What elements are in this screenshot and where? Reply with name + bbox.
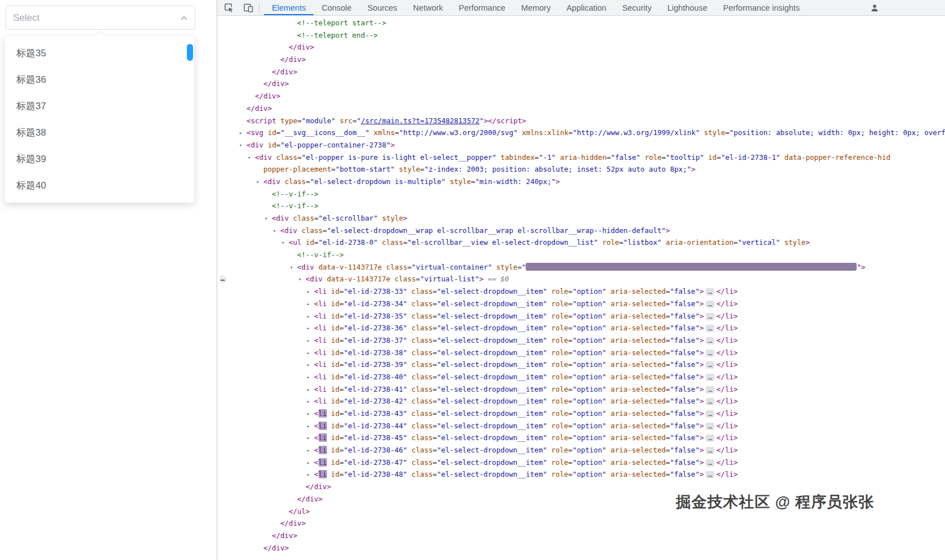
collapsed-content-button[interactable]: … — [706, 301, 714, 308]
collapsed-content-button[interactable]: … — [706, 374, 714, 381]
tab-sources[interactable]: Sources — [360, 0, 405, 15]
code-line[interactable]: </div> — [217, 517, 945, 530]
collapsed-content-button[interactable]: … — [706, 288, 714, 295]
collapsed-content-button[interactable]: … — [706, 471, 714, 478]
expand-arrow-icon[interactable]: ▸ — [307, 457, 314, 469]
expand-arrow-icon[interactable]: ▸ — [307, 469, 314, 481]
tab-performance[interactable]: Performance — [451, 0, 513, 15]
expand-arrow-icon[interactable]: ▸ — [307, 322, 314, 335]
node-menu-button[interactable]: … — [219, 275, 226, 283]
expand-arrow-icon[interactable]: ▸ — [307, 298, 314, 311]
tab-performance-insights[interactable]: Performance insights — [715, 0, 808, 15]
code-comment-line[interactable]: <!--v-if--> — [217, 188, 945, 200]
code-line[interactable]: </div> — [217, 481, 945, 493]
code-line[interactable]: </div> — [217, 530, 945, 542]
code-line[interactable]: ▸<li id="el-id-2738-33" class="el-select… — [217, 285, 945, 298]
dropdown-option[interactable]: 标题39 — [5, 146, 194, 172]
tab-memory[interactable]: Memory — [513, 0, 558, 15]
expand-arrow-icon[interactable]: ▸ — [307, 384, 314, 396]
code-line[interactable]: ▸<li id="el-id-2738-45" class="el-select… — [217, 432, 945, 444]
code-line[interactable]: ▸<li id="el-id-2738-34" class="el-select… — [217, 298, 945, 310]
collapsed-content-button[interactable]: … — [706, 313, 714, 320]
code-line[interactable]: ▾<ul id="el-id-2738-0" class="el-scrollb… — [217, 236, 945, 249]
code-line[interactable]: popper-placement="bottom-start" style="z… — [217, 163, 945, 176]
collapse-arrow-icon[interactable]: ▾ — [273, 225, 280, 238]
code-comment-line[interactable]: <!--teleport end--> — [217, 29, 945, 42]
dropdown-option[interactable]: 标题37 — [5, 93, 194, 119]
code-line[interactable]: </div> — [217, 66, 945, 78]
collapsed-content-button[interactable]: … — [706, 398, 714, 405]
code-line[interactable]: ▸<li id="el-id-2738-47" class="el-select… — [217, 456, 945, 469]
collapsed-content-button[interactable]: … — [706, 434, 714, 442]
select-input[interactable]: Select — [6, 6, 195, 30]
code-line[interactable]: ▾<div class="el-select-dropdown__wrap el… — [217, 225, 945, 237]
collapse-arrow-icon[interactable]: ▾ — [281, 237, 289, 249]
code-line[interactable]: ▾<div data-v-1143717e class="virtual-con… — [217, 261, 945, 274]
expand-arrow-icon[interactable]: ▸ — [307, 335, 314, 347]
collapsed-content-button[interactable]: … — [706, 447, 714, 454]
expand-arrow-icon[interactable]: ▸ — [307, 432, 314, 445]
dropdown-option[interactable]: 标题35 — [5, 40, 194, 66]
code-line[interactable]: ▸<li id="el-id-2738-37" class="el-select… — [217, 334, 945, 347]
device-toolbar-icon[interactable] — [241, 2, 256, 14]
expand-arrow-icon[interactable]: ▸ — [307, 286, 314, 298]
tab-lighthouse[interactable]: Lighthouse — [660, 0, 715, 15]
code-line[interactable]: ▸<li id="el-id-2738-48" class="el-select… — [217, 468, 945, 481]
expand-arrow-icon[interactable]: ▸ — [307, 371, 314, 384]
tab-elements[interactable]: Elements — [264, 0, 313, 15]
tab-network[interactable]: Network — [405, 0, 451, 15]
code-line[interactable]: ▸<li id="el-id-2738-36" class="el-select… — [217, 322, 945, 334]
code-line[interactable]: </div> — [217, 102, 945, 115]
code-line[interactable]: </div> — [217, 90, 945, 102]
collapsed-content-button[interactable]: … — [706, 386, 714, 393]
code-line[interactable]: <script type="module" src="/src/main.ts?… — [217, 115, 945, 127]
expand-arrow-icon[interactable]: ▸ — [307, 420, 314, 433]
dropdown-option[interactable]: 标题38 — [5, 119, 194, 146]
collapse-arrow-icon[interactable]: ▾ — [248, 152, 255, 164]
expand-arrow-icon[interactable]: ▸ — [307, 445, 314, 457]
source-file-link[interactable]: /src/main.ts?t=1735482813572 — [361, 117, 480, 125]
expand-arrow-icon[interactable]: ▸ — [307, 359, 314, 371]
code-line[interactable]: ▸<li id="el-id-2738-40" class="el-select… — [217, 371, 945, 383]
code-line[interactable]: ▸<svg id="__svg__icons__dom__" xmlns="ht… — [217, 127, 945, 139]
code-line[interactable]: ▸<li id="el-id-2738-38" class="el-select… — [217, 347, 945, 359]
tab-console[interactable]: Console — [313, 0, 359, 15]
code-line[interactable]: ▸<li id="el-id-2738-35" class="el-select… — [217, 310, 945, 322]
dropdown-option[interactable]: 标题40 — [5, 172, 194, 199]
expand-arrow-icon[interactable]: ▸ — [307, 408, 314, 420]
collapsed-content-button[interactable]: … — [706, 410, 714, 418]
tab-security[interactable]: Security — [614, 0, 659, 15]
code-line[interactable]: ▸<li id="el-id-2738-43" class="el-select… — [217, 407, 945, 420]
tab-application[interactable]: Application — [558, 0, 614, 15]
collapsed-content-button[interactable]: … — [706, 337, 714, 344]
code-comment-line[interactable]: <!--v-if--> — [217, 249, 945, 261]
collapse-arrow-icon[interactable]: ▾ — [239, 140, 247, 152]
collapsed-content-button[interactable]: … — [706, 361, 714, 369]
expand-arrow-icon[interactable]: ▸ — [307, 311, 314, 323]
profile-icon[interactable] — [867, 2, 882, 14]
code-line[interactable]: ▾<div class="el-scrollbar" style> — [217, 212, 945, 225]
expand-arrow-icon[interactable]: ▸ — [307, 396, 314, 408]
code-line[interactable]: ▾<div class="el-popper is-pure is-light … — [217, 151, 945, 164]
collapsed-content-button[interactable]: … — [706, 423, 714, 430]
code-line[interactable]: ▸<li id="el-id-2738-42" class="el-select… — [217, 395, 945, 407]
collapse-arrow-icon[interactable]: ▾ — [265, 213, 272, 225]
code-line[interactable]: ▸<li id="el-id-2738-41" class="el-select… — [217, 383, 945, 396]
collapsed-content-button[interactable]: … — [706, 459, 714, 467]
code-line[interactable]: </div> — [217, 53, 945, 66]
code-comment-line[interactable]: <!--v-if--> — [217, 200, 945, 212]
collapsed-content-button[interactable]: … — [706, 350, 714, 357]
code-line[interactable]: ▸<li id="el-id-2738-39" class="el-select… — [217, 359, 945, 371]
code-line[interactable]: ▾<div class="el-select-dropdown is-multi… — [217, 176, 945, 188]
code-line[interactable]: …▾<div data-v-1143717e class="virtual-li… — [217, 273, 945, 285]
code-line[interactable]: ▸<li id="el-id-2738-46" class="el-select… — [217, 444, 945, 456]
code-line[interactable]: ▸<li id="el-id-2738-44" class="el-select… — [217, 420, 945, 432]
code-line[interactable]: </div> — [217, 542, 945, 554]
collapse-arrow-icon[interactable]: ▾ — [290, 262, 297, 274]
code-comment-line[interactable]: <!--teleport start--> — [217, 17, 945, 29]
code-line[interactable]: </div> — [217, 78, 945, 90]
collapse-arrow-icon[interactable]: ▾ — [256, 176, 263, 189]
dropdown-option[interactable]: 标题36 — [5, 66, 194, 93]
code-line[interactable]: ▾<div id="el-popper-container-2738"> — [217, 139, 945, 151]
code-line[interactable]: </div> — [217, 41, 945, 53]
